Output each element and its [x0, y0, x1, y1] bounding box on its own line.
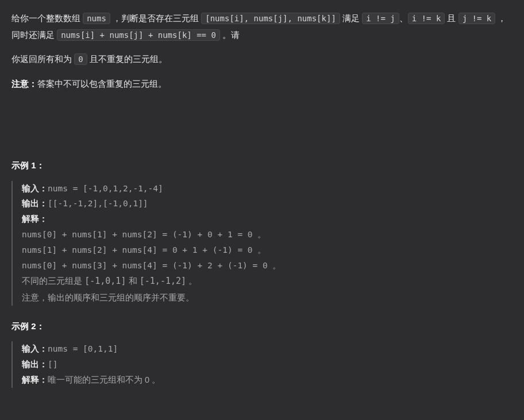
- inline-code: 0: [74, 53, 87, 65]
- inline-mono: [-1,0,1]: [84, 276, 126, 286]
- text-segment: 给你一个整数数组: [11, 13, 83, 23]
- problem-paragraph-2: 你返回所有和为 0 且不重复的三元组。: [11, 51, 513, 68]
- input-label: 输入：: [22, 344, 48, 353]
- example-output-line: 输出：[[-1,-1,2],[-1,0,1]]: [22, 196, 513, 211]
- example-output-line: 输出：[]: [22, 357, 513, 372]
- input-value: nums = [-1,0,1,2,-1,-4]: [48, 184, 163, 193]
- example-input-line: 输入：nums = [0,1,1]: [22, 341, 513, 357]
- example-1-block: 输入：nums = [-1,0,1,2,-1,-4] 输出：[[-1,-1,2]…: [11, 181, 513, 306]
- text-segment: 。请: [220, 30, 240, 40]
- inline-code: i != k: [408, 13, 445, 24]
- explain-text: 唯一可能的三元组和不为 0 。: [48, 375, 160, 384]
- inline-code: [nums[i], nums[j], nums[k]]: [201, 13, 340, 24]
- explain-note-1: 不同的三元组是 [-1,0,1] 和 [-1,-1,2] 。: [22, 273, 513, 290]
- explain-label: 解释：: [22, 375, 48, 384]
- note-label: 注意：: [11, 79, 37, 88]
- explain-label: 解释：: [22, 214, 48, 224]
- input-value: nums = [0,1,1]: [48, 344, 118, 353]
- problem-note: 注意：答案中不可以包含重复的三元组。: [11, 76, 513, 93]
- example-2-block: 输入：nums = [0,1,1] 输出：[] 解释：唯一可能的三元组和不为 0…: [11, 341, 513, 387]
- text-segment: 且不重复的三元组。: [87, 54, 167, 64]
- output-label: 输出：: [22, 199, 48, 208]
- text-segment: ，判断是否存在三元组: [110, 13, 201, 23]
- example-1-title: 示例 1：: [11, 157, 513, 174]
- inline-code: j != k: [458, 13, 496, 24]
- text-segment: 满足: [340, 13, 362, 23]
- explain-row: nums[0] + nums[3] + nums[4] = (-1) + 2 +…: [22, 258, 513, 273]
- example-explain-line: 解释：: [22, 211, 513, 227]
- example-explain-line: 解释：唯一可能的三元组和不为 0 。: [22, 372, 513, 388]
- example-input-line: 输入：nums = [-1,0,1,2,-1,-4]: [22, 181, 513, 196]
- explain-row: nums[1] + nums[2] + nums[4] = 0 + 1 + (-…: [22, 242, 513, 258]
- text-segment: 。: [186, 276, 197, 286]
- explain-note-2: 注意，输出的顺序和三元组的顺序并不重要。: [22, 290, 513, 306]
- text-segment: 你返回所有和为: [11, 54, 74, 64]
- text-segment: 不同的三元组是: [22, 276, 84, 286]
- output-value: []: [48, 360, 57, 369]
- spacer: [11, 100, 513, 146]
- problem-paragraph-1: 给你一个整数数组 nums ，判断是否存在三元组 [nums[i], nums[…: [11, 10, 513, 43]
- explain-row: nums[0] + nums[1] + nums[2] = (-1) + 0 +…: [22, 227, 513, 242]
- text-segment: 且: [445, 13, 458, 23]
- note-text: 答案中不可以包含重复的三元组。: [37, 79, 167, 88]
- inline-code: nums: [83, 13, 110, 24]
- text-segment: 和: [126, 276, 139, 286]
- example-2-title: 示例 2：: [11, 318, 513, 335]
- inline-code: nums[i] + nums[j] + nums[k] == 0: [57, 29, 220, 41]
- inline-code: i != j: [362, 13, 399, 24]
- inline-mono: [-1,-1,2]: [140, 276, 186, 286]
- output-value: [[-1,-1,2],[-1,0,1]]: [48, 199, 148, 208]
- output-label: 输出：: [22, 360, 48, 369]
- text-segment: 、: [399, 13, 408, 23]
- input-label: 输入：: [22, 184, 48, 193]
